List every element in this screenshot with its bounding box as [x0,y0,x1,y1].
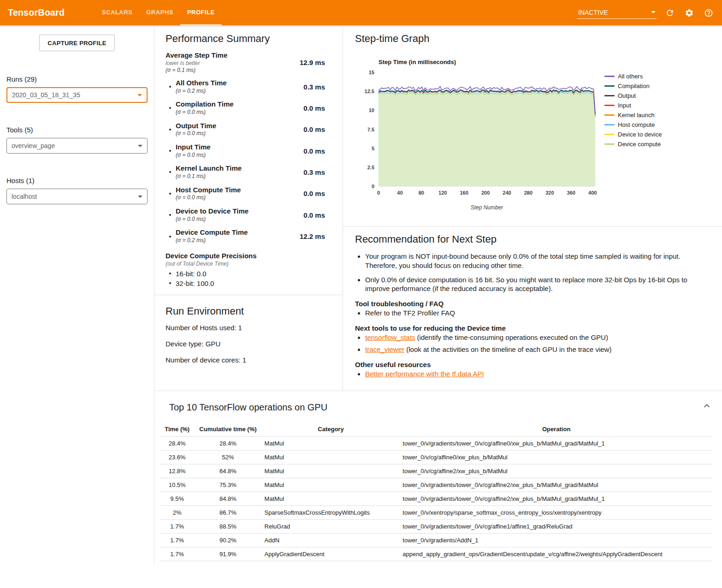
metric-sigma: (σ = 0.0 ms) [176,109,291,116]
svg-text:400: 400 [588,190,597,196]
legend-item: Input [604,102,662,108]
metric-note: lower is better [166,60,291,67]
faq-item: Refer to the TF2 Profiler FAQ [365,309,708,318]
table-row: 10.5% 75.3% MatMul tower_0/v/gradients/t… [160,478,713,492]
svg-text:80: 80 [419,190,424,196]
legend-label: Input [618,102,631,109]
reload-status-select[interactable]: INACTIVE [577,7,657,19]
metric-row-kernel-launch: Kernel Launch Time (σ = 0.1 ms) 0.3 ms [166,161,332,183]
metric-name: Kernel Launch Time [176,164,291,173]
bullet-dot [169,129,171,131]
metric-row-compilation: Compilation Time (σ = 0.0 ms) 0.0 ms [166,97,332,119]
metric-value: 0.0 ms [291,211,325,219]
chevron-down-icon [137,94,142,96]
cell-category: SparseSoftmaxCrossEntropyWithLogits [262,506,400,520]
recommendation-bullet: Only 0.0% of device computation is 16 bi… [365,275,708,294]
collapse-section-button[interactable] [701,400,713,412]
runs-label: Runs (29) [6,75,148,83]
refresh-button[interactable] [664,7,676,19]
capture-profile-button[interactable]: CAPTURE PROFILE [39,35,115,51]
table-row: 2% 86.7% SparseSoftmaxCrossEntropyWithLo… [160,506,713,520]
svg-text:Step Time (in milliseconds): Step Time (in milliseconds) [379,59,456,65]
legend-swatch [604,134,615,135]
hosts-selected-value: localhost [12,193,37,200]
settings-button[interactable] [683,7,695,19]
cell-cumulative: 28.4% [194,437,261,451]
tools-group: Tools (5) overview_page [6,126,148,154]
tensorflow-stats-link[interactable]: tensorflow_stats [365,333,415,341]
cell-time: 23.6% [160,451,194,464]
svg-text:40: 40 [397,190,402,196]
metric-sigma: (σ = 0.2 ms) [176,237,291,244]
chevron-down-icon [138,196,142,198]
trace-viewer-link[interactable]: trace_viewer [365,345,404,353]
cell-cumulative: 91.9% [194,547,261,561]
tools-dropdown[interactable]: overview_page [6,138,148,154]
legend-swatch [604,95,615,96]
cell-cumulative: 86.7% [194,506,261,520]
top-ops-table: Time (%) Cumulative time (%) Category Op… [160,422,713,561]
tab-profile[interactable]: PROFILE [180,0,222,25]
tab-graphs[interactable]: GRAPHS [139,0,180,25]
cell-time: 28.4% [160,437,194,451]
cell-category: MatMul [262,451,400,464]
cell-time: 1.7% [160,534,194,547]
cell-operation: tower_0/v/xentropy/sparse_softmax_cross_… [400,506,713,520]
next-tools-list: tensorflow_stats (identify the time-cons… [355,333,708,354]
table-row: 1.7% 88.5% ReluGrad tower_0/v/gradients/… [160,520,713,534]
app-header: TensorBoard SCALARS GRAPHS PROFILE INACT… [0,0,722,25]
metric-sigma: (σ = 0.0 ms) [176,194,291,202]
hosts-used-line: Number of Hosts used: 1 [166,324,332,332]
precision-16bit: 16-bit: 0.0 [166,269,332,279]
help-button[interactable] [703,7,715,19]
legend-swatch [604,143,615,145]
legend-swatch [604,105,615,106]
recommendation-card: Recommendation for Next Step Your progra… [343,227,722,391]
resources-list: Better performance with the tf.data API [355,369,708,379]
svg-text:7.5: 7.5 [367,127,374,132]
main-content: Performance Summary Average Step Time lo… [154,25,722,564]
metric-row-device-compute: Device Compute Time (σ = 0.2 ms) 12.2 ms [166,226,332,247]
metric-sigma: (σ = 0.0 ms) [176,130,291,137]
svg-text:360: 360 [567,190,575,196]
legend-swatch [604,76,615,77]
cell-cumulative: 84.8% [194,492,261,506]
col-time: Time (%) [160,422,194,437]
chevron-down-icon [138,145,142,147]
metric-row-all-others: All Others Time (σ = 0.2 ms) 0.3 ms [166,76,332,97]
cell-operation: tower_0/v/gradients/tower_0/v/cg/affine1… [400,520,713,534]
legend-item: Host compute [604,122,662,128]
cell-cumulative: 90.2% [194,534,261,547]
header-actions: INACTIVE [577,7,715,19]
tfdata-performance-link[interactable]: Better performance with the tf.data API [365,370,484,378]
legend-item: All others [604,73,662,79]
runs-selected-value: 2020_03_05_18_31_35 [12,91,80,99]
metric-name: Output Time [176,122,291,131]
tab-scalars[interactable]: SCALARS [95,0,139,25]
metric-name: Compilation Time [176,100,291,109]
svg-text:240: 240 [503,190,511,196]
runs-dropdown[interactable]: 2020_03_05_18_31_35 [6,87,148,103]
faq-list: Refer to the TF2 Profiler FAQ [355,309,708,318]
hosts-group: Hosts (1) localhost [6,177,148,204]
metric-sigma: (σ = 0.1 ms) [166,67,291,74]
legend-label: Device to device [618,131,662,138]
main-tabs: SCALARS GRAPHS PROFILE [95,0,222,25]
sidebar: CAPTURE PROFILE Runs (29) 2020_03_05_18_… [0,25,154,564]
gear-icon [685,8,694,18]
detail-column: Step-time Graph Step Time (in millisecon… [343,25,722,391]
cell-time: 1.7% [160,520,194,534]
metric-value: 0.0 ms [291,104,325,112]
tools-label: Tools (5) [6,126,148,134]
cell-operation: tower_0/v/gradients/tower_0/v/cg/affine2… [400,492,713,506]
cell-cumulative: 64.8% [194,464,261,478]
legend-item: Compilation [604,83,662,89]
svg-text:0: 0 [372,184,374,189]
tools-selected-value: overview_page [12,142,55,149]
metric-sigma: (σ = 0.0 ms) [176,152,291,159]
hosts-dropdown[interactable]: localhost [6,189,148,204]
cell-time: 12.8% [160,464,194,478]
precision-value: 32-bit: 100.0 [176,279,214,287]
bullet-dot [169,193,171,195]
svg-text:2.5: 2.5 [367,165,374,170]
